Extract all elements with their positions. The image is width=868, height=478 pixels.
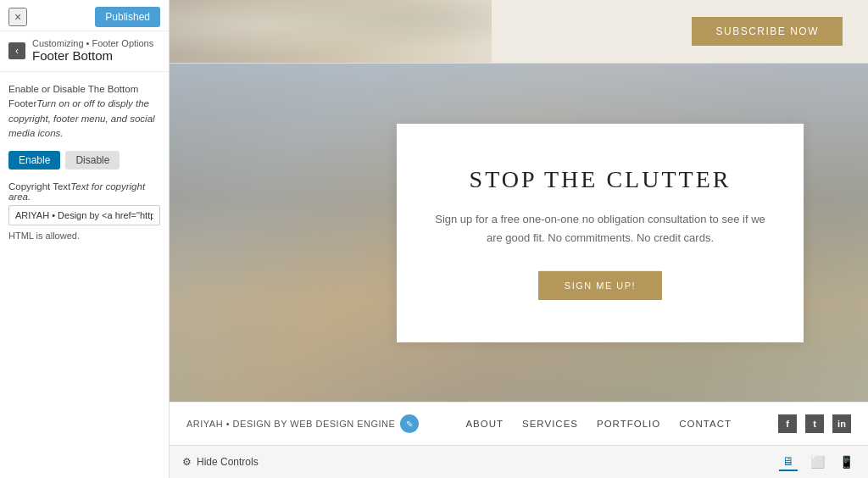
panel-top-header: × Published	[0, 0, 169, 31]
facebook-icon[interactable]: f	[778, 414, 797, 433]
shelf-image	[170, 0, 492, 63]
footer-social: f t in	[778, 414, 851, 433]
disable-button[interactable]: Disable	[65, 151, 120, 170]
enable-button[interactable]: Enable	[8, 151, 60, 170]
copyright-field-label: Copyright TextText for copyright area.	[8, 181, 160, 202]
panel-main-title: Footer Bottom	[32, 48, 160, 63]
panel-title-area: Customizing • Footer Options Footer Bott…	[32, 38, 160, 63]
enable-disable-row: Enable Disable	[8, 151, 160, 170]
preview-area: SUBSCRIBE NOW STOP THE CLUTTER Sign up f…	[170, 0, 868, 478]
subscribe-section: SUBSCRIBE NOW	[170, 0, 868, 64]
device-switcher: 🖥 ⬜ 📱	[779, 453, 855, 471]
back-button[interactable]: ‹	[8, 42, 25, 59]
desktop-icon[interactable]: 🖥	[779, 453, 798, 471]
tablet-icon[interactable]: ⬜	[808, 453, 826, 471]
bottom-bar: ⚙ Hide Controls 🖥 ⬜ 📱	[170, 445, 868, 478]
footer-nav-contact[interactable]: CONTACT	[679, 419, 732, 429]
customizer-panel: × Published ‹ Customizing • Footer Optio…	[0, 0, 170, 478]
close-button[interactable]: ×	[8, 8, 27, 26]
card-title: STOP THE CLUTTER	[431, 165, 770, 192]
mobile-icon[interactable]: 📱	[837, 453, 855, 471]
hide-controls-label: Hide Controls	[197, 456, 259, 468]
card-description: Sign up for a free one-on-one no obligat…	[431, 209, 770, 247]
kitchen-section: STOP THE CLUTTER Sign up for a free one-…	[170, 64, 868, 402]
sign-me-up-button[interactable]: SIGN ME UP!	[538, 271, 662, 300]
footer-left: ARIYAH • DESIGN BY WEB DESIGN ENGINE ✎	[186, 414, 419, 433]
footer-nav-portfolio[interactable]: PORTFOLIO	[597, 419, 660, 429]
panel-content: Enable or Disable The Bottom FooterTurn …	[0, 72, 169, 478]
html-note: HTML is allowed.	[8, 231, 160, 241]
footer-nav-about[interactable]: ABOUT	[465, 419, 504, 429]
published-button[interactable]: Published	[95, 7, 160, 27]
footer-nav-services[interactable]: SERVICES	[522, 419, 578, 429]
hide-controls-button[interactable]: ⚙ Hide Controls	[182, 456, 259, 468]
footer-nav: ABOUT SERVICES PORTFOLIO CONTACT	[465, 419, 732, 429]
cta-card: STOP THE CLUTTER Sign up for a free one-…	[397, 123, 804, 342]
breadcrumb: Customizing • Footer Options	[32, 38, 160, 48]
footer-copyright: ARIYAH • DESIGN BY WEB DESIGN ENGINE	[186, 419, 395, 429]
settings-icon: ⚙	[182, 456, 192, 468]
twitter-icon[interactable]: t	[805, 414, 824, 433]
edit-footer-button[interactable]: ✎	[400, 414, 419, 433]
subscribe-button[interactable]: SUBSCRIBE NOW	[692, 17, 843, 46]
site-footer: ARIYAH • DESIGN BY WEB DESIGN ENGINE ✎ A…	[170, 402, 868, 445]
copyright-input[interactable]	[8, 205, 160, 225]
linkedin-icon[interactable]: in	[832, 414, 851, 433]
panel-description: Enable or Disable The Bottom FooterTurn …	[8, 82, 160, 141]
